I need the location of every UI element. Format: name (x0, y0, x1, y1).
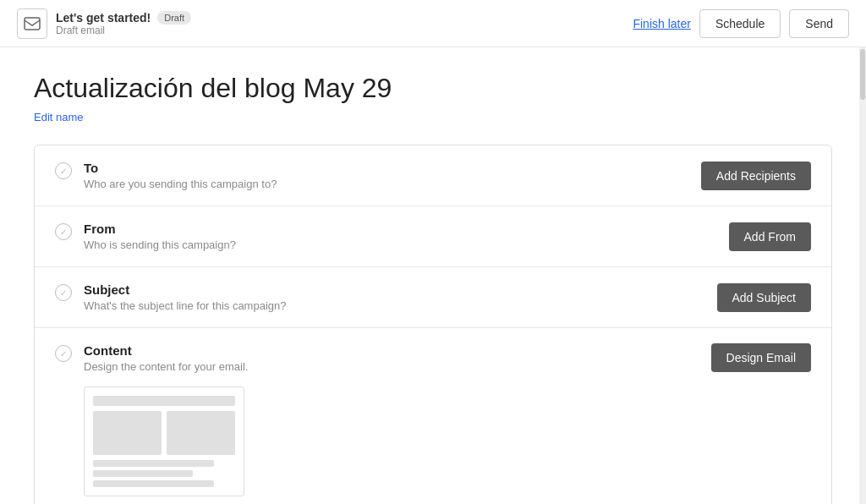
campaign-row-subject: Subject What's the subject line for this… (35, 267, 831, 328)
preview-line-3 (93, 480, 214, 487)
schedule-button[interactable]: Schedule (699, 9, 781, 38)
campaign-row-from: From Who is sending this campaign? Add F… (35, 206, 831, 267)
nav-title: Let's get started! (56, 11, 151, 25)
row-left-subject: Subject What's the subject line for this… (55, 282, 287, 312)
row-label-subject: Subject (84, 282, 287, 297)
nav-right: Finish later Schedule Send (633, 9, 849, 38)
row-label-to: To (84, 161, 277, 175)
campaign-title: Actualización del blog May 29 (34, 73, 832, 104)
campaign-row-to: To Who are you sending this campaign to?… (35, 145, 831, 206)
content-row-left-wrapper: Content Design the content for your emai… (55, 343, 248, 496)
row-text-from: From Who is sending this campaign? (84, 222, 236, 251)
top-nav: Let's get started! Draft Draft email Fin… (0, 0, 866, 47)
row-text-to: To Who are you sending this campaign to? (84, 161, 277, 190)
row-left-to: To Who are you sending this campaign to? (55, 161, 277, 190)
row-description-from: Who is sending this campaign? (84, 238, 236, 251)
preview-col-right (167, 411, 235, 455)
nav-subtitle: Draft email (56, 25, 191, 36)
preview-line-1 (93, 460, 214, 467)
svg-rect-0 (25, 18, 40, 30)
design-email-button[interactable]: Design Email (711, 343, 811, 372)
row-left-from: From Who is sending this campaign? (55, 222, 236, 251)
circle-check-subject (55, 284, 72, 301)
nav-title-group: Let's get started! Draft Draft email (56, 11, 191, 36)
add-subject-button[interactable]: Add Subject (717, 283, 812, 312)
draft-badge: Draft (157, 11, 191, 25)
circle-check-content (55, 345, 72, 362)
preview-header-bar (93, 396, 235, 406)
add-recipients-button[interactable]: Add Recipients (701, 162, 811, 190)
row-description-subject: What's the subject line for this campaig… (84, 299, 287, 312)
email-preview-box (84, 386, 244, 496)
preview-line-2 (93, 470, 193, 477)
row-description-to: Who are you sending this campaign to? (84, 178, 277, 190)
scroll-thumb (860, 49, 865, 100)
row-text-subject: Subject What's the subject line for this… (84, 282, 287, 312)
send-button[interactable]: Send (789, 9, 849, 38)
add-from-button[interactable]: Add From (729, 222, 811, 251)
row-left-content: Content Design the content for your emai… (55, 343, 248, 373)
email-icon (17, 8, 47, 39)
preview-col-left (93, 411, 162, 455)
circle-check-to (55, 162, 72, 179)
row-label-content: Content (84, 343, 248, 358)
content-row-inner: Content Design the content for your emai… (55, 343, 811, 496)
campaign-row-content: Content Design the content for your emai… (35, 328, 831, 504)
preview-lines (93, 460, 235, 487)
edit-name-link[interactable]: Edit name (34, 111, 84, 123)
main-content: Actualización del blog May 29 Edit name … (0, 47, 866, 504)
campaign-card: To Who are you sending this campaign to?… (34, 145, 832, 504)
row-label-from: From (84, 222, 236, 236)
nav-left: Let's get started! Draft Draft email (17, 8, 191, 39)
nav-title-row: Let's get started! Draft (56, 11, 191, 25)
scrollbar[interactable] (859, 47, 866, 504)
row-text-content: Content Design the content for your emai… (84, 343, 248, 373)
preview-two-col (93, 411, 235, 455)
email-preview-container (84, 386, 248, 496)
finish-later-button[interactable]: Finish later (633, 17, 690, 30)
circle-check-from (55, 223, 72, 240)
row-description-content: Design the content for your email. (84, 360, 248, 373)
